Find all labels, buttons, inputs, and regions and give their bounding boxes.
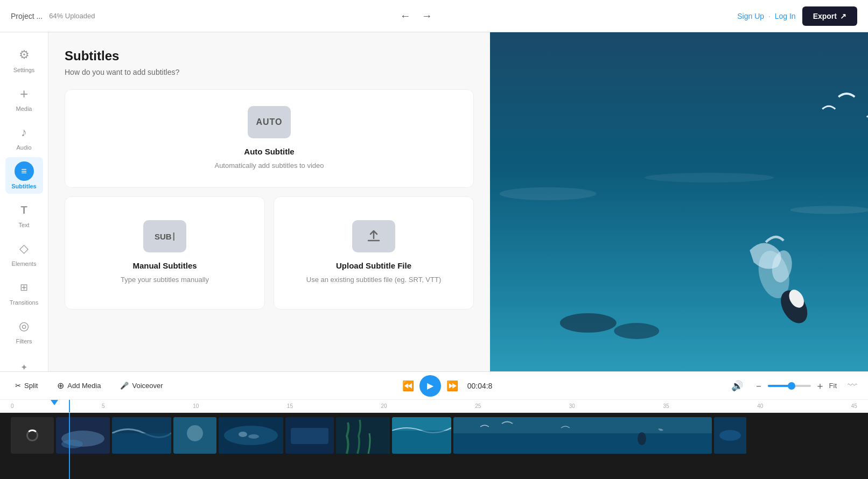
auto-subtitle-card[interactable]: AUTO Auto Subtitle Automatically add sub… xyxy=(65,89,474,188)
ruler-track[interactable]: 0 5 10 15 20 25 30 35 40 45 xyxy=(11,400,857,412)
misc1-icon: ✦ xyxy=(15,357,34,371)
sidebar-item-subtitles[interactable]: ≡ Subtitles xyxy=(5,157,43,194)
track-thumbnail-6 xyxy=(336,417,390,454)
sidebar-item-filters[interactable]: ◎ Filters xyxy=(5,312,43,349)
timeline-tracks[interactable] xyxy=(0,413,868,479)
upload-subtitle-title: Upload Subtitle File xyxy=(336,261,411,270)
add-media-icon: ⊕ xyxy=(57,381,64,391)
export-button[interactable]: Export ↗ xyxy=(802,6,857,26)
elements-icon: ◇ xyxy=(15,239,34,258)
subtitles-icon: ≡ xyxy=(15,161,34,181)
topbar: Project ... 64% Uploaded ← → Sign Up · L… xyxy=(0,0,868,32)
playhead-line xyxy=(69,413,70,479)
upload-status: 64% Uploaded xyxy=(49,12,95,20)
svg-point-3 xyxy=(790,206,868,214)
log-in-link[interactable]: Log In xyxy=(775,12,796,20)
skip-forward-button[interactable]: ⏩ xyxy=(446,380,458,392)
fit-button[interactable]: Fit xyxy=(829,382,837,390)
auth-links: Sign Up · Log In xyxy=(737,12,795,20)
topbar-center: ← → xyxy=(397,8,436,24)
track-thumbnail-3 xyxy=(173,417,216,454)
ruler-mark-15: 15 xyxy=(287,403,293,409)
zoom-controls: － ＋ Fit xyxy=(754,379,837,392)
playhead-indicator xyxy=(69,400,70,412)
main-layout: ⚙ Settings + Media ♪ Audio ≡ Subtitles T… xyxy=(0,32,868,371)
auto-icon-text: AUTO xyxy=(256,117,282,127)
sidebar-item-misc1[interactable]: ✦ xyxy=(5,353,43,371)
sidebar-label-elements: Elements xyxy=(12,260,37,267)
sidebar-label-audio: Audio xyxy=(16,144,31,151)
skip-back-button[interactable]: ⏪ xyxy=(402,380,414,392)
topbar-left: Project ... 64% Uploaded xyxy=(11,12,95,20)
preview-panel xyxy=(490,32,868,371)
sidebar-label-subtitles: Subtitles xyxy=(11,183,36,189)
svg-rect-22 xyxy=(291,428,328,444)
export-label: Export xyxy=(813,12,837,20)
ocean-svg xyxy=(490,32,868,371)
ruler-marks: 0 5 10 15 20 25 30 35 40 45 xyxy=(11,403,857,409)
split-icon: ✂ xyxy=(15,382,21,390)
ruler-mark-0: 0 xyxy=(11,403,14,409)
waveform-icon[interactable]: 〰 xyxy=(848,380,857,391)
panel-title: Subtitles xyxy=(65,48,474,64)
zoom-slider-thumb[interactable] xyxy=(788,382,795,390)
track-thumbnail-8 xyxy=(453,417,712,454)
volume-icon[interactable]: 🔊 xyxy=(731,380,743,392)
ruler-mark-10: 10 xyxy=(193,403,199,409)
split-button[interactable]: ✂ Split xyxy=(11,378,42,393)
play-button[interactable]: ▶ xyxy=(419,375,441,397)
svg-point-12 xyxy=(61,440,83,448)
volume-controls: 🔊 xyxy=(731,380,743,392)
ruler-mark-35: 35 xyxy=(663,403,669,409)
svg-point-30 xyxy=(719,430,741,441)
ocean-scene xyxy=(490,32,868,371)
sidebar-item-elements[interactable]: ◇ Elements xyxy=(5,235,43,271)
playback-controls: ⏪ ▶ ⏩ 00:04:8 xyxy=(402,375,496,397)
sidebar-item-media[interactable]: + Media xyxy=(5,80,43,116)
auto-subtitle-title: Auto Subtitle xyxy=(244,147,294,156)
add-media-label: Add Media xyxy=(67,382,101,390)
content-panel: Subtitles How do you want to add subtitl… xyxy=(48,32,490,371)
auto-subtitle-desc: Automatically add subtitles to video xyxy=(214,160,324,171)
track-thumbnail-7 xyxy=(392,417,451,454)
gear-icon: ⚙ xyxy=(15,45,34,65)
loading-spinner xyxy=(26,429,38,441)
timeline-ruler: 0 5 10 15 20 25 30 35 40 45 xyxy=(0,400,868,413)
track-thumbnail-loading xyxy=(11,417,54,454)
sidebar-label-filters: Filters xyxy=(16,338,32,344)
text-icon: T xyxy=(15,200,34,220)
split-label: Split xyxy=(24,382,38,390)
sidebar-item-text[interactable]: T Text xyxy=(5,196,43,233)
voiceover-button[interactable]: 🎤 Voiceover xyxy=(116,378,167,393)
timeline-toolbar: ✂ Split ⊕ Add Media 🎤 Voiceover ⏪ ▶ ⏩ 00… xyxy=(0,372,868,400)
sidebar-label-text: Text xyxy=(18,222,29,228)
upload-subtitle-icon xyxy=(352,220,395,252)
sidebar-item-audio[interactable]: ♪ Audio xyxy=(5,118,43,155)
sidebar: ⚙ Settings + Media ♪ Audio ≡ Subtitles T… xyxy=(0,32,48,371)
zoom-out-button[interactable]: － xyxy=(754,379,764,392)
upload-subtitle-card[interactable]: Upload Subtitle File Use an existing sub… xyxy=(274,196,474,309)
track-thumbnail-1 xyxy=(56,417,110,454)
sign-up-link[interactable]: Sign Up xyxy=(737,12,764,20)
zoom-slider[interactable] xyxy=(768,385,811,387)
plus-icon: + xyxy=(15,84,34,103)
redo-button[interactable]: → xyxy=(418,8,436,24)
ruler-mark-45: 45 xyxy=(851,403,857,409)
svg-point-8 xyxy=(560,313,617,333)
subtitle-cards-row: SUB | Manual Subtitles Type your subtitl… xyxy=(65,196,474,309)
zoom-in-button[interactable]: ＋ xyxy=(815,379,825,392)
transitions-icon: ⊞ xyxy=(15,278,34,297)
manual-subtitle-card[interactable]: SUB | Manual Subtitles Type your subtitl… xyxy=(65,196,265,309)
svg-rect-23 xyxy=(336,417,390,454)
voiceover-label: Voiceover xyxy=(132,382,163,390)
ruler-mark-25: 25 xyxy=(475,403,481,409)
video-preview xyxy=(490,32,868,371)
sidebar-item-transitions[interactable]: ⊞ Transitions xyxy=(5,273,43,310)
undo-button[interactable]: ← xyxy=(397,8,414,24)
svg-rect-0 xyxy=(490,32,868,371)
add-media-button[interactable]: ⊕ Add Media xyxy=(53,377,105,394)
sidebar-label-media: Media xyxy=(16,105,32,112)
ruler-mark-20: 20 xyxy=(381,403,387,409)
svg-point-16 xyxy=(187,425,203,441)
sidebar-item-settings[interactable]: ⚙ Settings xyxy=(5,41,43,78)
